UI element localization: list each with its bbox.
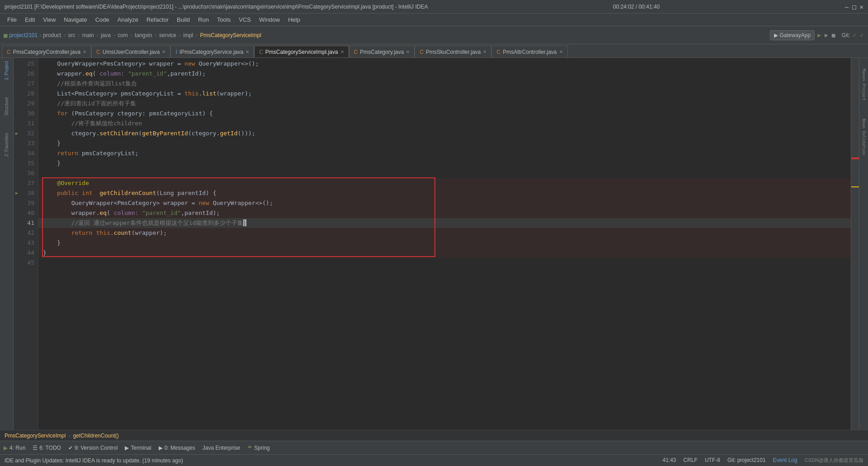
code-line-44: } (38, 248, 859, 258)
git-check-icon: ✓ (853, 32, 856, 38)
tab-close-icon[interactable]: ✕ (483, 49, 486, 54)
menu-help[interactable]: Help (284, 15, 304, 24)
debug-btn[interactable]: ▶ (825, 32, 828, 38)
tab-pms-category-service-impl[interactable]: C PmsCategoryServiceImpl.java ✕ (254, 46, 349, 57)
tab-pms-attr-controller[interactable]: C PmsAttrController.java ✕ (491, 46, 567, 57)
panel-project[interactable]: 1: Project (3, 60, 10, 81)
panel-favorites[interactable]: 2: Favorites (3, 132, 10, 158)
maven-project-icon[interactable]: Maven Project (862, 69, 866, 100)
code-line-31: //将子集赋值给children (38, 119, 859, 128)
project-label: project2101 (9, 32, 38, 38)
stop-btn[interactable]: ■ (832, 32, 835, 38)
tab-icon: C (259, 49, 263, 55)
tab-label: PmsCategoryServiceImpl.java (265, 49, 338, 55)
bc-product: product (43, 32, 61, 38)
panel-structure[interactable]: Structure (3, 96, 10, 117)
tab-ums-user-controller[interactable]: C UmsUserController.java ✕ (91, 46, 170, 57)
tab-pms-category[interactable]: C PmsCategory.java ✕ (349, 46, 415, 57)
tab-close-icon[interactable]: ✕ (162, 49, 165, 54)
menu-window[interactable]: Window (255, 15, 283, 24)
line-num-29: 29 (14, 99, 38, 109)
minimize-icon[interactable]: — (845, 3, 849, 10)
tab-pms-sku-controller[interactable]: C PmsSkuController.java ✕ (415, 46, 491, 57)
bean-validation-icon[interactable]: Bean Validation (862, 119, 866, 155)
menu-vcs[interactable]: VCS (235, 15, 255, 24)
tab-label: PmsCategoryController.java (13, 49, 80, 55)
java-enterprise-btn[interactable]: Java Enterprise (203, 445, 240, 451)
version-control-btn[interactable]: ✔ 9: Version Control (68, 445, 118, 451)
todo-panel-btn[interactable]: ☰ 6: TODO (33, 445, 61, 451)
menu-refactor[interactable]: Refactor (143, 15, 172, 24)
menu-run[interactable]: Run (194, 15, 212, 24)
git-check2-icon: ✓ (860, 32, 863, 38)
line-num-26: 26 (14, 69, 38, 79)
run-btn[interactable]: ▶ (817, 32, 821, 38)
tab-close-icon[interactable]: ✕ (340, 49, 344, 54)
tab-pms-category-controller[interactable]: C PmsCategoryController.java ✕ (2, 46, 91, 57)
terminal-btn[interactable]: ▶ Terminal (125, 445, 151, 451)
close-icon[interactable]: ✕ (860, 3, 863, 10)
spring-icon: ☂ (247, 445, 252, 451)
menu-navigate[interactable]: Navigate (60, 15, 90, 24)
tab-label: PmsSkuController.java (426, 49, 481, 55)
code-line-36 (38, 168, 859, 178)
git-branch-indicator[interactable]: Git: project2101 (727, 457, 766, 464)
todo-panel-icon: ☰ (33, 445, 38, 451)
line-col-indicator[interactable]: 41:43 (663, 457, 676, 464)
tab-close-icon[interactable]: ✕ (406, 49, 410, 54)
line-num-33: 33 (14, 138, 38, 148)
encoding-indicator[interactable]: UTF-8 (705, 457, 720, 464)
code-line-39: QueryWrapper<PmsCategory> wrapper = new … (38, 198, 859, 208)
breadcrumb-method[interactable]: getChildrenCount() (73, 433, 118, 439)
event-log-btn[interactable]: Event Log (773, 457, 797, 464)
vc-icon: ✔ (68, 445, 73, 451)
bc-java: java (101, 32, 111, 38)
bc-tangxin: tangxin (135, 32, 152, 38)
bc-main: main (82, 32, 94, 38)
tab-icon: C (354, 49, 358, 55)
menu-tools[interactable]: Tools (213, 15, 234, 24)
bc-impl: impl (183, 32, 193, 38)
maximize-icon[interactable]: □ (852, 3, 856, 10)
bc-sep: › (63, 32, 66, 38)
messages-btn[interactable]: ▶ 0: Messages (159, 445, 195, 451)
messages-label: 0: Messages (165, 445, 195, 451)
run-panel-btn[interactable]: ▶ 4: Run (4, 445, 25, 451)
menu-code[interactable]: Code (92, 15, 113, 24)
timer-display: 00:24:02 / 00:41:40 (613, 4, 660, 10)
window-controls[interactable]: — □ ✕ (845, 3, 863, 10)
code-line-32: ctegory.setChildren(getByParentId(ctegor… (38, 128, 859, 138)
run-config-btn[interactable]: ▶ GatewayApp (770, 30, 815, 40)
menu-edit[interactable]: Edit (21, 15, 38, 24)
tab-close-icon[interactable]: ✕ (559, 49, 563, 54)
code-content[interactable]: QueryWrapper<PmsCategory> wrapper = new … (38, 58, 859, 430)
tab-label: UmsUserController.java (103, 49, 160, 55)
breadcrumb-separator: › (68, 433, 70, 439)
line-num-28: 28 (14, 89, 38, 99)
code-line-41: //返回 通过wrapper条件也就是根据这个父id能查到多少个子集| (38, 218, 859, 228)
tab-close-icon[interactable]: ✕ (245, 49, 249, 54)
line-num-37: 37 (14, 178, 38, 188)
code-editor[interactable]: 25 26 27 28 29 30 31 ▶ 32 33 34 35 36 37… (14, 58, 859, 430)
line-sep-indicator[interactable]: CRLF (684, 457, 698, 464)
menu-build[interactable]: Build (173, 15, 193, 24)
line-num-27: 27 (14, 79, 38, 89)
tab-icon: C (496, 49, 500, 55)
status-message: IDE and Plugin Updates: IntelliJ IDEA is… (5, 457, 183, 464)
spring-btn[interactable]: ☂ Spring (247, 445, 270, 451)
menu-view[interactable]: View (39, 15, 59, 24)
menu-file[interactable]: File (4, 15, 20, 24)
tab-close-icon[interactable]: ✕ (83, 49, 86, 54)
tab-icon: C (7, 49, 11, 55)
code-line-29: //逐归查出id下面的所有子集 (38, 99, 859, 109)
menu-analyze[interactable]: Analyze (114, 15, 142, 24)
left-panel: 1: Project Structure 2: Favorites (0, 58, 14, 430)
code-line-35: } (38, 158, 859, 168)
error-marker (851, 157, 859, 159)
code-line-37: @Override (38, 178, 859, 188)
breadcrumb-class[interactable]: PmsCategoryServiceImpl (5, 433, 66, 439)
tab-ipms-category-service[interactable]: I IPmsCategoryService.java ✕ (170, 46, 254, 57)
todo-panel-label: 6: TODO (39, 445, 61, 451)
code-line-28: List<PmsCategory> pmsCategoryList = this… (38, 89, 859, 99)
menu-bar: File Edit View Navigate Code Analyze Ref… (0, 14, 868, 26)
